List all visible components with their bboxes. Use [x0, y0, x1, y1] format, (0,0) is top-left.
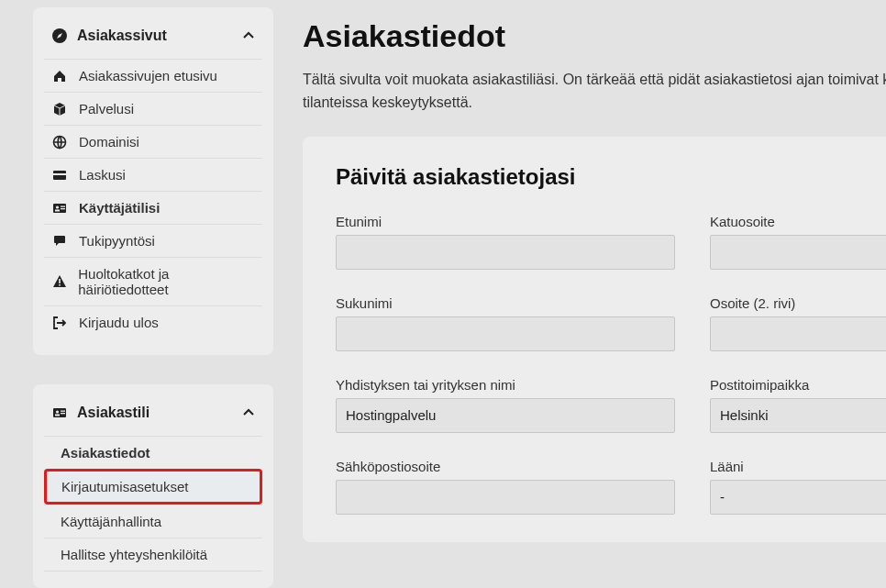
sidebar-item-label: Asiakassivujen etusivu: [79, 68, 217, 83]
globe-icon: [51, 135, 68, 150]
svg-rect-15: [61, 413, 65, 414]
svg-point-12: [56, 410, 59, 413]
form-panel: Päivitä asiakastietojasi Etunimi Katuoso…: [303, 137, 886, 542]
sidebar-item-tukipyyntosi[interactable]: Tukipyyntösi: [44, 224, 262, 257]
svg-rect-9: [59, 279, 61, 283]
subnav-item-kayttajanhallinta[interactable]: Käyttäjänhallinta: [44, 505, 262, 538]
page-title: Asiakastiedot: [303, 18, 886, 54]
sidebar-item-huoltokatkot[interactable]: Huoltokatkot ja häiriötiedotteet: [44, 257, 262, 305]
home-icon: [51, 69, 68, 83]
cube-icon: [51, 102, 68, 116]
label-city: Postitoimipaikka: [710, 377, 886, 393]
label-address2: Osoite (2. rivi): [710, 295, 886, 311]
svg-point-5: [56, 205, 59, 208]
id-card-icon: [51, 201, 68, 216]
sidebar-item-label: Käyttäjätilisi: [79, 200, 160, 216]
sidebar-section-title: Asiakastili: [77, 405, 242, 421]
sidebar-panel-asiakassivut: Asiakassivut Asiakassivujen etusivu Palv…: [33, 7, 273, 355]
subnav-item-asiakastiedot[interactable]: Asiakastiedot: [44, 437, 262, 469]
input-company[interactable]: [336, 398, 675, 433]
warning-icon: [51, 274, 67, 289]
sidebar-item-label: Kirjaudu ulos: [79, 315, 159, 330]
input-email[interactable]: [336, 480, 675, 515]
label-email: Sähköpostiosoite: [336, 459, 675, 474]
sidebar-toggle-asiakassivut[interactable]: Asiakassivut: [44, 22, 262, 59]
input-street[interactable]: [710, 235, 886, 270]
page-lead: Tältä sivulta voit muokata asiakastiliäs…: [303, 69, 886, 115]
svg-rect-3: [53, 173, 66, 175]
compass-icon: [51, 28, 68, 43]
input-city[interactable]: [710, 398, 886, 433]
label-company: Yhdistyksen tai yrityksen nimi: [336, 377, 675, 393]
svg-rect-13: [55, 415, 60, 416]
sidebar-section-title: Asiakassivut: [77, 28, 242, 44]
label-region: Lääni: [710, 459, 886, 474]
sidebar-toggle-asiakastili[interactable]: Asiakastili: [44, 399, 262, 436]
sidebar-panel-asiakastili: Asiakastili Asiakastiedot Kirjautumisase…: [33, 384, 273, 588]
label-firstname: Etunimi: [336, 214, 675, 229]
svg-rect-7: [61, 205, 65, 206]
sidebar-item-label: Palvelusi: [79, 101, 134, 116]
sidebar-item-kayttajatilisi[interactable]: Käyttäjätilisi: [44, 191, 262, 224]
subnav-item-hallitse-yhteyshenkiloita[interactable]: Hallitse yhteyshenkilöitä: [44, 538, 262, 571]
svg-rect-10: [59, 284, 61, 286]
input-address2[interactable]: [710, 316, 886, 351]
id-card-icon: [51, 405, 68, 420]
sidebar-item-label: Laskusi: [79, 167, 126, 183]
sidebar-item-label: Domainisi: [79, 134, 139, 150]
input-region[interactable]: [710, 480, 886, 515]
sidebar-item-domainisi[interactable]: Domainisi: [44, 125, 262, 158]
chevron-up-icon: [242, 29, 255, 42]
sidebar-item-palvelusi[interactable]: Palvelusi: [44, 92, 262, 125]
label-street: Katuosoite: [710, 214, 886, 229]
label-lastname: Sukunimi: [336, 295, 675, 311]
sidebar-item-kirjaudu-ulos[interactable]: Kirjaudu ulos: [44, 305, 262, 338]
chevron-up-icon: [242, 406, 255, 419]
chat-icon: [51, 234, 68, 249]
input-lastname[interactable]: [336, 316, 675, 351]
input-firstname[interactable]: [336, 235, 675, 270]
sidebar-item-etusivu[interactable]: Asiakassivujen etusivu: [44, 59, 262, 92]
subnav-item-kirjautumisasetukset[interactable]: Kirjautumisasetukset: [44, 469, 262, 505]
sidebar-item-label: Tukipyyntösi: [79, 233, 155, 249]
sidebar-item-laskusi[interactable]: Laskusi: [44, 158, 262, 191]
credit-card-icon: [51, 168, 68, 183]
sidebar-item-label: Huoltokatkot ja häiriötiedotteet: [78, 266, 255, 297]
logout-icon: [51, 316, 68, 330]
form-title: Päivitä asiakastietojasi: [336, 164, 886, 190]
svg-rect-8: [61, 208, 65, 209]
svg-rect-6: [55, 209, 60, 211]
svg-rect-14: [61, 411, 65, 412]
